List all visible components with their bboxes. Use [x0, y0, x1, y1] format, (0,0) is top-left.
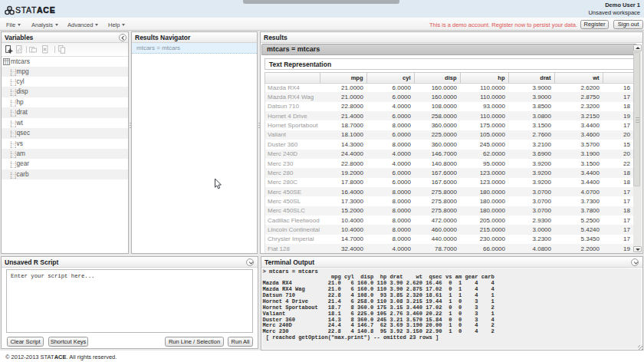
- svg-text:1.2: 1.2: [10, 114, 16, 117]
- svg-text:1.2: 1.2: [10, 134, 16, 138]
- svg-text:1.2: 1.2: [10, 103, 16, 107]
- svg-text:1.2: 1.2: [10, 165, 16, 169]
- svg-text:1.2: 1.2: [10, 155, 16, 159]
- svg-text:1.2: 1.2: [10, 72, 16, 76]
- svg-text:1.2: 1.2: [10, 175, 16, 179]
- svg-text:1.2: 1.2: [10, 144, 16, 148]
- svg-text:1.2: 1.2: [10, 82, 16, 86]
- svg-text:1.2: 1.2: [10, 93, 16, 97]
- svg-text:1.2: 1.2: [10, 123, 16, 127]
